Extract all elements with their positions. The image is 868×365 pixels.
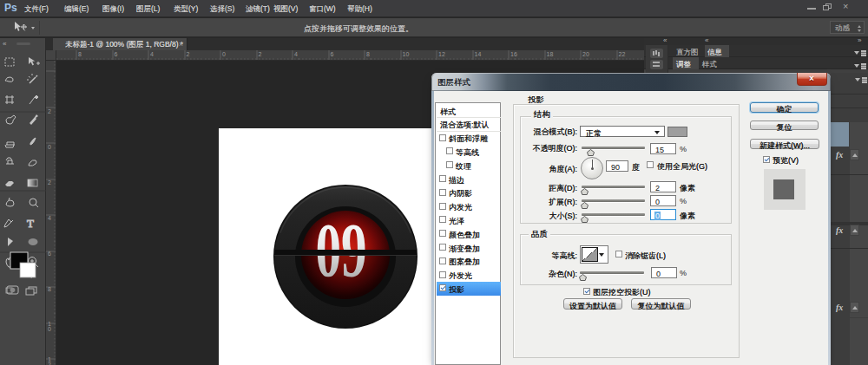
svg-text:09: 09 <box>315 207 366 292</box>
svg-text:«: « <box>3 40 7 48</box>
svg-text:T: T <box>27 217 34 230</box>
